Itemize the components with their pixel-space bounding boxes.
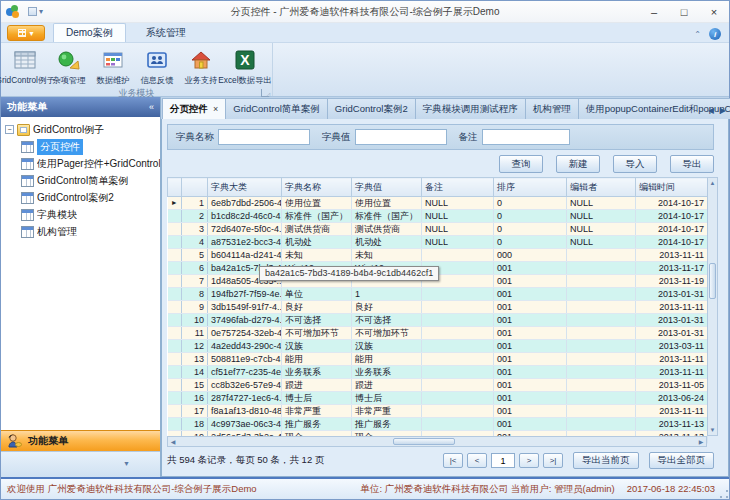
last-page-button[interactable]: >| xyxy=(543,453,563,468)
sidebar-item-paging-control[interactable]: 分页控件 xyxy=(5,138,160,155)
grid-cell[interactable] xyxy=(422,301,494,314)
grid-cell[interactable] xyxy=(567,379,636,392)
grid-cell[interactable] xyxy=(567,262,636,275)
grid-cell[interactable]: 0 xyxy=(494,223,567,236)
scroll-left-icon[interactable]: ◀ xyxy=(168,438,178,445)
gridcontrol-demo-button[interactable]: GridControl例子 xyxy=(3,45,47,87)
tab-simple-case[interactable]: GridControl简单案例 xyxy=(225,98,328,119)
grid-cell[interactable]: 汉族 xyxy=(352,340,422,353)
grid-cell[interactable]: 标准件（国产） xyxy=(352,210,422,223)
export-current-page-button[interactable]: 导出当前页 xyxy=(573,452,639,469)
table-row[interactable]: 1037496fab-d279-4...不可选择不可选择0012013-01-3… xyxy=(168,314,708,327)
new-button[interactable]: 新建 xyxy=(556,155,600,173)
grid-cell[interactable]: 良好 xyxy=(352,301,422,314)
grid-cell[interactable]: 6e8b7dbd-2506-4... xyxy=(208,197,282,210)
grid-cell[interactable]: 2013-01-31 xyxy=(636,288,708,301)
grid-cell[interactable]: 2013-01-31 xyxy=(636,314,708,327)
grid-cell[interactable]: 使用位置 xyxy=(352,197,422,210)
collapse-ribbon-icon[interactable]: ⌃ xyxy=(694,30,701,39)
grid-cell[interactable]: 标准件（国产） xyxy=(282,210,352,223)
grid-cell[interactable]: 业务联系 xyxy=(282,366,352,379)
column-header[interactable]: 备注 xyxy=(422,178,494,197)
grid-cell[interactable]: 推广服务 xyxy=(352,418,422,431)
grid-cell[interactable]: 37496fab-d279-4... xyxy=(208,314,282,327)
table-row[interactable]: 2b1cd8c2d-46c0-4...标准件（国产）标准件（国产）NULL0NU… xyxy=(168,210,708,223)
sidebar-item-case2[interactable]: GridControl案例2 xyxy=(5,189,160,206)
tab-dictionary-test[interactable]: 字典模块调用测试程序 xyxy=(415,98,526,119)
grid-cell[interactable] xyxy=(567,327,636,340)
grid-cell[interactable] xyxy=(422,353,494,366)
grid-cell[interactable]: 194fb27f-7f59-4e... xyxy=(208,288,282,301)
column-header[interactable]: 编辑时间 xyxy=(636,178,708,197)
grid-cell[interactable]: 不可增加环节 xyxy=(282,327,352,340)
remark-input[interactable] xyxy=(482,129,570,145)
grid-cell[interactable]: 非常严重 xyxy=(282,405,352,418)
tab-scroll-left-icon[interactable]: ◀ xyxy=(708,106,714,115)
grid-cell[interactable] xyxy=(422,392,494,405)
grid-cell[interactable] xyxy=(422,327,494,340)
grid-cell[interactable]: NULL xyxy=(422,223,494,236)
grid-cell[interactable]: 2014-10-17 xyxy=(636,223,708,236)
table-row[interactable]: 13508811e9-c7cb-4...能用能用0012013-11-11 xyxy=(168,353,708,366)
grid-cell[interactable]: 001 xyxy=(494,392,567,405)
sidebar-item-simple-case[interactable]: GridControl简单案例 xyxy=(5,172,160,189)
grid-cell[interactable]: 不可选择 xyxy=(282,314,352,327)
grid-cell[interactable] xyxy=(422,288,494,301)
grid-cell[interactable]: 2013-06-24 xyxy=(636,392,708,405)
grid-cell[interactable] xyxy=(567,314,636,327)
grid-cell[interactable]: 跟进 xyxy=(282,379,352,392)
grid-cell[interactable]: 不可选择 xyxy=(352,314,422,327)
sidebar-item-pager-gridcontrol[interactable]: 使用Pager控件+GridControl的例 xyxy=(5,155,160,172)
grid-cell[interactable]: 2013-11-13 xyxy=(636,418,708,431)
grid-cell[interactable]: cc8b32e6-57e9-4... xyxy=(208,379,282,392)
grid-cell[interactable]: b604114a-d241-4... xyxy=(208,249,282,262)
ribbon-tab-demo[interactable]: Demo案例 xyxy=(53,23,126,42)
grid-cell[interactable]: 001 xyxy=(494,327,567,340)
grid-cell[interactable]: 0 xyxy=(494,210,567,223)
table-row[interactable]: 372d6407e-5f0c-4...测试供货商测试供货商NULL0NULL20… xyxy=(168,223,708,236)
grid-cell[interactable]: 001 xyxy=(494,418,567,431)
grid-cell[interactable]: 001 xyxy=(494,340,567,353)
column-header[interactable]: 字典名称 xyxy=(282,178,352,197)
grid-cell[interactable]: 2013-11-11 xyxy=(636,353,708,366)
table-row[interactable]: 124a2edd43-290c-4...汉族汉族0012013-03-11 xyxy=(168,340,708,353)
grid-cell[interactable] xyxy=(422,366,494,379)
grid-cell[interactable]: 001 xyxy=(494,405,567,418)
grid-cell[interactable]: f8a1af13-d810-48... xyxy=(208,405,282,418)
scrollbar-thumb[interactable] xyxy=(709,263,716,299)
grid-cell[interactable]: NULL xyxy=(422,210,494,223)
grid-cell[interactable]: 2013-11-05 xyxy=(636,379,708,392)
column-header[interactable]: 编辑者 xyxy=(567,178,636,197)
grid-cell[interactable] xyxy=(567,418,636,431)
table-row[interactable]: 4a87531e2-bcc3-4...机动处机动处NULL0NULL2014-1… xyxy=(168,236,708,249)
grid-cell[interactable]: 机动处 xyxy=(282,236,352,249)
tab-scroll-right-icon[interactable]: ▶ xyxy=(720,106,726,115)
grid-cell[interactable] xyxy=(422,418,494,431)
function-menu-button[interactable]: 功能菜单 xyxy=(1,430,160,451)
grid-cell[interactable]: 2014-10-17 xyxy=(636,210,708,223)
table-row[interactable]: 93db1549f-91f7-4...良好良好0012013-11-11 xyxy=(168,301,708,314)
grid-cell[interactable]: 4c9973ae-06c3-4... xyxy=(208,418,282,431)
grid-cell[interactable]: NULL xyxy=(567,223,636,236)
business-support-button[interactable]: 业务支持 xyxy=(179,45,223,87)
grid-cell[interactable]: NULL xyxy=(567,197,636,210)
data-maintain-button[interactable]: 数据维护 xyxy=(91,45,135,87)
ribbon-tab-system[interactable]: 系统管理 xyxy=(134,24,198,42)
prev-page-button[interactable]: < xyxy=(467,453,487,468)
table-row[interactable]: 14cf51ef77-c235-4e...业务联系业务联系0012013-11-… xyxy=(168,366,708,379)
grid-cell[interactable]: 汉族 xyxy=(282,340,352,353)
dialog-launcher-icon[interactable] xyxy=(261,89,269,97)
close-button[interactable]: × xyxy=(699,1,729,22)
application-menu-button[interactable]: ▾ xyxy=(7,25,45,41)
grid-cell[interactable]: 2013-03-11 xyxy=(636,340,708,353)
next-page-button[interactable]: > xyxy=(519,453,539,468)
grid-cell[interactable]: 非常严重 xyxy=(352,405,422,418)
feedback-button[interactable]: 信息反馈 xyxy=(135,45,179,87)
chevron-down-icon[interactable]: ▼ xyxy=(123,460,130,467)
grid-cell[interactable] xyxy=(567,249,636,262)
grid-cell[interactable]: 博士后 xyxy=(282,392,352,405)
misc-manage-button[interactable]: 杂项管理 xyxy=(47,45,91,87)
grid-cell[interactable]: 3db1549f-91f7-4... xyxy=(208,301,282,314)
grid-cell[interactable]: NULL xyxy=(567,210,636,223)
grid-cell[interactable]: cf51ef77-c235-4e... xyxy=(208,366,282,379)
